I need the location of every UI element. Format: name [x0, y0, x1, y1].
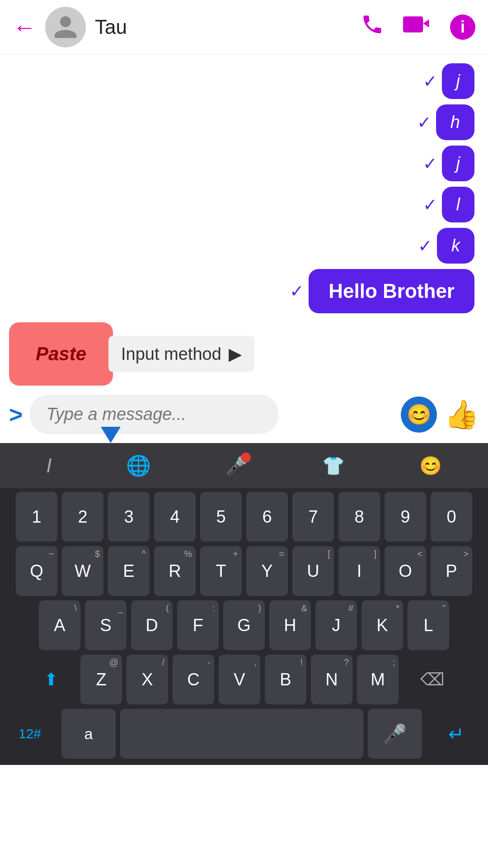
message-row: ✓ k [14, 228, 474, 264]
message-row: ✓ h [14, 104, 474, 140]
key-v[interactable]: ,V [219, 655, 260, 704]
message-bubble: h [436, 104, 474, 140]
key-c[interactable]: -C [173, 655, 214, 704]
qwerty-row: ~Q $W ^E %R +T =Y [U ]I <O >P [3, 546, 485, 596]
mic-wrapper: 🎤 [225, 455, 248, 476]
input-method-bar[interactable]: Input method ▶ [108, 336, 254, 372]
asdf-row: \A _S (D :F )G &H #J *K "L [3, 600, 485, 650]
key-w[interactable]: $W [62, 546, 103, 596]
zxcv-row: ⬆ @Z /X -C ,V !B ?N ;M ⌫ [3, 655, 485, 704]
message-row: ✓ Hello Brother [14, 269, 474, 313]
enter-key[interactable]: ↵ [427, 709, 485, 759]
input-method-arrow: ▶ [229, 344, 242, 364]
language-key[interactable]: a [61, 709, 116, 759]
thumb-up-button[interactable]: 👍 [444, 398, 479, 431]
key-j[interactable]: #J [315, 600, 357, 650]
key-h[interactable]: &H [269, 600, 311, 650]
key-r[interactable]: %R [154, 546, 196, 596]
key-d[interactable]: (D [131, 600, 173, 650]
paste-button[interactable]: Paste [9, 322, 113, 386]
key-y[interactable]: =Y [246, 546, 288, 596]
key-f[interactable]: :F [177, 600, 219, 650]
keyboard-rows: 1 2 3 4 5 6 7 8 9 0 ~Q $W ^E %R +T =Y [U… [0, 488, 488, 765]
header-actions: i [361, 13, 475, 41]
message-row: ✓ j [14, 146, 474, 181]
message-input[interactable] [30, 395, 278, 434]
key-z[interactable]: @Z [80, 655, 122, 704]
key-e[interactable]: ^E [108, 546, 150, 596]
read-receipt: ✓ [423, 154, 437, 174]
number-row: 1 2 3 4 5 6 7 8 9 0 [3, 492, 485, 542]
message-row: ✓ j [14, 63, 474, 99]
context-menu: Paste Input method ▶ [9, 322, 479, 386]
delete-key[interactable]: ⌫ [403, 655, 462, 704]
key-0[interactable]: 0 [431, 492, 472, 542]
contact-name: Tau [95, 16, 361, 38]
key-2[interactable]: 2 [62, 492, 103, 542]
symbols-key[interactable]: 12# [3, 709, 57, 759]
microphone-key[interactable]: 🎤 [368, 709, 422, 759]
space-key[interactable] [120, 709, 363, 759]
text-format-icon[interactable]: I [46, 454, 52, 477]
read-receipt: ✓ [423, 71, 437, 91]
key-6[interactable]: 6 [246, 492, 288, 542]
key-i[interactable]: ]I [338, 546, 380, 596]
key-g[interactable]: )G [223, 600, 265, 650]
chat-area: ✓ j ✓ h ✓ j ✓ l ✓ k ✓ Hello Brother [0, 54, 488, 322]
input-row: > 😊 👍 [9, 390, 479, 439]
message-row: ✓ l [14, 187, 474, 222]
read-receipt: ✓ [417, 113, 432, 132]
key-o[interactable]: <O [385, 546, 426, 596]
emoji-keyboard-icon[interactable]: 😊 [419, 455, 442, 476]
avatar-icon [52, 14, 79, 41]
input-method-label: Input method [121, 344, 221, 364]
emoji-icon: 😊 [407, 403, 432, 426]
back-button[interactable]: ← [13, 15, 36, 39]
emoji-button[interactable]: 😊 [401, 396, 437, 433]
keyboard: I 🌐 🎤 👕 😊 1 2 3 4 5 6 7 8 9 0 ~Q $W ^E %… [0, 443, 488, 765]
key-k[interactable]: *K [361, 600, 403, 650]
shift-key[interactable]: ⬆ [26, 655, 76, 704]
key-p[interactable]: >P [431, 546, 472, 596]
info-button[interactable]: i [450, 14, 475, 40]
sticker-icon[interactable]: 👕 [322, 455, 345, 476]
message-bubble: j [442, 146, 474, 181]
mic-recording-dot [241, 453, 251, 462]
key-t[interactable]: +T [200, 546, 242, 596]
key-7[interactable]: 7 [292, 492, 334, 542]
message-bubble-hello-brother: Hello Brother [309, 269, 474, 313]
key-4[interactable]: 4 [154, 492, 196, 542]
contact-avatar [45, 7, 86, 47]
key-s[interactable]: _S [85, 600, 127, 650]
read-receipt: ✓ [423, 195, 437, 215]
key-b[interactable]: !B [265, 655, 306, 704]
key-u[interactable]: [U [292, 546, 334, 596]
keyboard-toolbar: I 🌐 🎤 👕 😊 [0, 443, 488, 488]
key-8[interactable]: 8 [338, 492, 380, 542]
video-call-button[interactable] [403, 13, 431, 41]
key-9[interactable]: 9 [385, 492, 426, 542]
key-5[interactable]: 5 [200, 492, 242, 542]
key-l[interactable]: "L [408, 600, 449, 650]
read-receipt: ✓ [418, 236, 432, 256]
text-cursor [101, 427, 121, 443]
globe-icon[interactable]: 🌐 [126, 454, 151, 477]
input-area: Paste Input method ▶ > 😊 👍 [0, 322, 488, 443]
key-3[interactable]: 3 [108, 492, 150, 542]
key-x[interactable]: /X [127, 655, 168, 704]
key-1[interactable]: 1 [16, 492, 57, 542]
message-bubble: j [442, 63, 474, 99]
key-q[interactable]: ~Q [16, 546, 57, 596]
key-a[interactable]: \A [39, 600, 80, 650]
message-bubble: k [437, 228, 474, 264]
call-button[interactable] [361, 13, 384, 41]
key-m[interactable]: ;M [357, 655, 399, 704]
read-receipt: ✓ [290, 281, 304, 301]
key-n[interactable]: ?N [311, 655, 352, 704]
expand-button[interactable]: > [9, 401, 23, 428]
bottom-row: 12# a 🎤 ↵ [3, 709, 485, 759]
chat-header: ← Tau i [0, 0, 488, 54]
message-bubble: l [442, 187, 474, 222]
